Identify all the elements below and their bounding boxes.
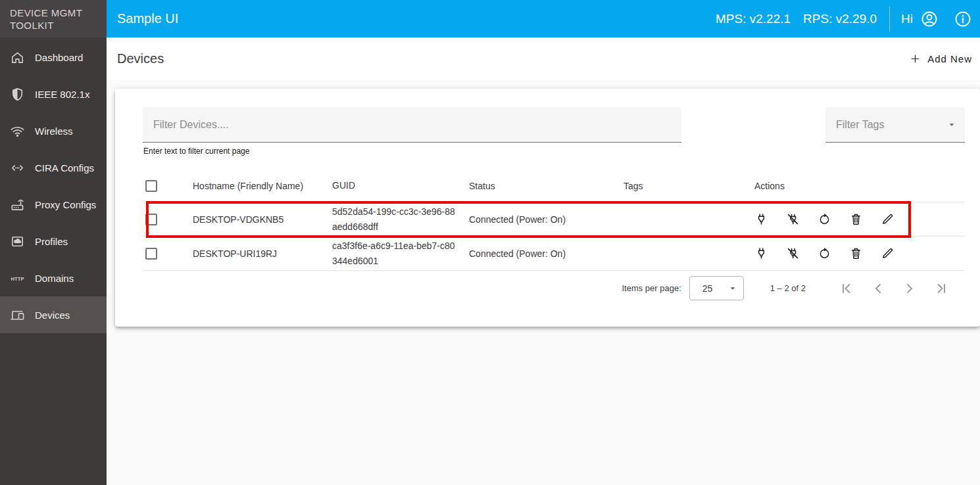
content-area: Filter Tags Enter text to filter current…: [107, 80, 980, 485]
row-checkbox-cell: [143, 214, 193, 225]
info-icon[interactable]: [954, 10, 972, 28]
account-circle-icon[interactable]: [920, 10, 939, 28]
device-filter-field: [143, 107, 681, 143]
app-logo-text: DEVICE MGMT TOOLKIT: [10, 7, 82, 31]
row-checkbox[interactable]: [145, 214, 157, 225]
column-header: Hostname (Friendly Name): [193, 181, 332, 191]
mps-version-label: MPS: v2.22.1: [716, 12, 791, 26]
sidebar-item-label: Dashboard: [35, 52, 83, 63]
app-logo: DEVICE MGMT TOOLKIT: [0, 0, 107, 37]
items-per-page-label: Items per page:: [622, 283, 681, 293]
add-new-label: Add New: [927, 53, 972, 64]
sidebar-item-label: Profiles: [35, 236, 68, 247]
sidebar-item-proxy-configs[interactable]: Proxy Configs: [0, 186, 107, 223]
router-icon: [10, 197, 25, 212]
row-checkbox-cell: [143, 248, 193, 260]
edit-icon[interactable]: [881, 246, 894, 260]
header-checkbox-cell: [143, 180, 193, 192]
page-range-label: 1 – 2 of 2: [770, 283, 806, 293]
reset-icon[interactable]: [818, 246, 831, 260]
items-per-page-select[interactable]: 25: [689, 276, 744, 300]
page-header: Devices Add New: [107, 37, 980, 80]
sidebar-item-devices[interactable]: Devices: [0, 296, 107, 333]
devices-table: Hostname (Friendly Name)GUIDStatusTagsAc…: [143, 170, 965, 271]
sidebar-nav: DashboardIEEE 802.1xWirelessCIRA Configs…: [0, 37, 107, 333]
actions-cell: [745, 212, 965, 226]
status-cell: Connected (Power: On): [469, 214, 624, 225]
paginator: Items per page: 25 1 – 2 of 2: [143, 271, 965, 306]
sidebar-item-label: CIRA Configs: [35, 162, 94, 173]
shield-icon: [10, 87, 25, 102]
sidebar: DEVICE MGMT TOOLKIT DashboardIEEE 802.1x…: [0, 0, 107, 485]
chevron-down-icon: [727, 283, 738, 294]
page-title: Devices: [117, 51, 164, 66]
select-all-checkbox[interactable]: [145, 180, 157, 192]
add-new-button[interactable]: Add New: [908, 49, 973, 68]
sidebar-item-wireless[interactable]: Wireless: [0, 112, 107, 149]
connect-power-icon[interactable]: [754, 246, 768, 260]
device-filter-input[interactable]: [153, 119, 671, 131]
svg-text:HTTP: HTTP: [11, 275, 24, 281]
http-icon: HTTP: [10, 271, 25, 286]
last-page-icon[interactable]: [933, 281, 949, 296]
sidebar-item-profiles[interactable]: Profiles: [0, 223, 107, 260]
delete-icon[interactable]: [849, 212, 863, 226]
device-row: DESKTOP-VDGKNB55d52da54-199c-cc3c-3e96-8…: [143, 202, 965, 237]
row-checkbox[interactable]: [145, 248, 157, 260]
home-icon: [10, 50, 25, 65]
hostname-cell: DESKTOP-VDGKNB5: [193, 214, 332, 225]
wifi-icon: [10, 124, 25, 139]
guid-cell: 5d52da54-199c-cc3c-3e96-88aedd668dff: [332, 204, 469, 235]
devices-card: Filter Tags Enter text to filter current…: [115, 89, 980, 327]
topbar-divider: [889, 7, 890, 32]
tags-filter-dropdown[interactable]: Filter Tags: [825, 107, 965, 143]
column-header: GUID: [332, 178, 469, 193]
plus-icon: [910, 53, 921, 64]
first-page-icon[interactable]: [839, 281, 854, 296]
sidebar-item-dashboard[interactable]: Dashboard: [0, 39, 107, 76]
devices-icon: [10, 308, 25, 323]
sidebar-item-label: Proxy Configs: [35, 199, 96, 210]
previous-page-icon[interactable]: [870, 281, 886, 296]
sidebar-item-label: Domains: [35, 273, 74, 284]
chevron-down-icon: [946, 120, 957, 130]
next-page-icon[interactable]: [902, 281, 918, 296]
filter-row: Filter Tags: [143, 107, 965, 143]
sidebar-item-label: Wireless: [35, 126, 73, 137]
hostname-cell: DESKTOP-URI19RJ: [193, 248, 332, 259]
tags-filter-label: Filter Tags: [836, 119, 885, 131]
column-header: Tags: [624, 181, 745, 191]
status-cell: Connected (Power: On): [469, 248, 624, 259]
items-per-page-value: 25: [702, 283, 713, 294]
reset-icon[interactable]: [818, 212, 831, 226]
disconnect-power-icon[interactable]: [786, 246, 800, 260]
ethernet-code-icon: [10, 160, 25, 175]
device-row: DESKTOP-URI19RJca3f3f6e-a6c9-11ea-beb7-c…: [143, 237, 965, 271]
actions-cell: [745, 246, 965, 260]
edit-icon[interactable]: [881, 212, 894, 226]
delete-icon[interactable]: [849, 246, 863, 260]
greeting-label: Hi: [901, 12, 913, 26]
sidebar-item-domains[interactable]: HTTPDomains: [0, 260, 107, 296]
sidebar-item-cira-configs[interactable]: CIRA Configs: [0, 149, 107, 186]
app-title: Sample UI: [117, 11, 178, 26]
connect-power-icon[interactable]: [754, 212, 768, 226]
disconnect-power-icon[interactable]: [786, 212, 800, 226]
sidebar-item-label: Devices: [35, 310, 70, 321]
sidebar-item-label: IEEE 802.1x: [35, 89, 89, 100]
guid-cell: ca3f3f6e-a6c9-11ea-beb7-c80344ed6001: [332, 239, 469, 269]
column-header: Status: [469, 181, 624, 191]
topbar-right: MPS: v2.22.1 RPS: v2.29.0 Hi: [703, 7, 972, 32]
sidebar-item-ieee-802-1x[interactable]: IEEE 802.1x: [0, 76, 107, 112]
filter-hint: Enter text to filter current page: [143, 147, 965, 156]
topbar: Sample UI MPS: v2.22.1 RPS: v2.29.0 Hi: [107, 0, 980, 37]
image-icon: [10, 234, 25, 249]
column-header: Actions: [745, 181, 965, 191]
table-header-row: Hostname (Friendly Name)GUIDStatusTagsAc…: [143, 170, 965, 202]
rps-version-label: RPS: v2.29.0: [803, 12, 877, 26]
paginator-nav: [839, 281, 949, 296]
